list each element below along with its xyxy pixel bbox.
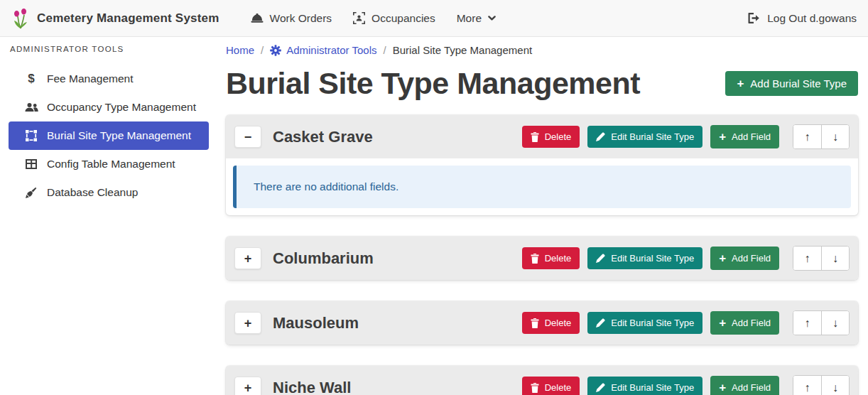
edit-burial-site-type-button[interactable]: Edit Burial Site Type (587, 126, 702, 148)
sidebar-item-occupancy-type-management[interactable]: Occupancy Type Management (9, 93, 209, 121)
button-label: Add Field (732, 382, 771, 393)
gear-icon (270, 45, 281, 56)
move-down-button[interactable]: ↓ (821, 125, 849, 148)
move-up-button[interactable]: ↑ (793, 311, 821, 335)
main-content: Home / (217, 37, 868, 395)
add-field-button[interactable]: + Add Field (710, 311, 779, 335)
reorder-button-group: ↑ ↓ (793, 124, 850, 149)
dollar-icon: $ (24, 72, 38, 86)
breadcrumb-home-link[interactable]: Home (226, 44, 254, 56)
card-actions: Delete Edit Burial Site Type + Add Field… (522, 124, 850, 149)
button-label: Add Burial Site Type (750, 77, 847, 90)
nav-more[interactable]: More (457, 12, 496, 25)
nav-label: Work Orders (270, 12, 332, 25)
breadcrumb-separator: / (383, 44, 386, 56)
broom-icon (24, 187, 38, 198)
reorder-button-group: ↑ ↓ (793, 375, 850, 395)
plus-icon: + (737, 77, 744, 90)
move-up-button[interactable]: ↑ (793, 125, 821, 148)
delete-button[interactable]: Delete (522, 312, 580, 334)
sidebar-item-label: Fee Management (47, 72, 134, 85)
sign-out-icon (748, 13, 761, 23)
delete-button[interactable]: Delete (522, 126, 580, 148)
expand-toggle-button[interactable]: + (234, 247, 261, 269)
trash-icon (531, 254, 539, 264)
burial-site-type-card: + Columbarium Delete Edit Burial Site Ty… (226, 237, 858, 280)
button-label: Edit Burial Site Type (611, 131, 694, 142)
breadcrumb-current: Burial Site Type Management (393, 44, 533, 56)
add-field-button[interactable]: + Add Field (710, 247, 779, 270)
sidebar-item-label: Occupancy Type Management (47, 101, 196, 114)
nav-label: More (457, 12, 482, 25)
move-down-button[interactable]: ↓ (821, 376, 849, 395)
nav-occupancies[interactable]: Occupancies (353, 12, 435, 25)
add-field-button[interactable]: + Add Field (710, 125, 779, 148)
card-header: + Niche Wall Delete Edit Burial Site Typ… (226, 366, 858, 395)
move-up-button[interactable]: ↑ (793, 376, 821, 395)
trash-icon (531, 318, 539, 328)
logout-label: Log Out d.gowans (767, 12, 857, 25)
move-up-button[interactable]: ↑ (793, 247, 821, 270)
plus-icon: + (719, 317, 726, 329)
card-header: + Columbarium Delete Edit Burial Site Ty… (226, 237, 858, 280)
expand-toggle-button[interactable]: + (234, 377, 261, 395)
button-label: Add Field (732, 253, 771, 264)
delete-button[interactable]: Delete (522, 247, 580, 269)
sidebar-item-burial-site-type-management[interactable]: Burial Site Type Management (9, 121, 209, 150)
burial-site-type-card: + Mausoleum Delete Edit Burial Site Type (226, 301, 858, 345)
card-body: There are no additional fields. (226, 158, 858, 215)
sidebar-heading: ADMINISTRATOR TOOLS (9, 45, 209, 53)
reorder-button-group: ↑ ↓ (793, 310, 850, 335)
breadcrumb-administrator-tools-link[interactable]: Administrator Tools (270, 44, 376, 56)
expand-toggle-button[interactable]: + (234, 312, 261, 334)
button-label: Delete (545, 253, 572, 264)
edit-burial-site-type-button[interactable]: Edit Burial Site Type (587, 312, 702, 334)
move-down-button[interactable]: ↓ (821, 247, 849, 270)
button-label: Edit Burial Site Type (611, 318, 694, 328)
breadcrumb: Home / (226, 44, 858, 56)
pencil-icon (596, 254, 605, 263)
section-title: Niche Wall (273, 379, 351, 395)
sidebar-item-label: Burial Site Type Management (47, 129, 191, 142)
sidebar-item-fee-management[interactable]: $ Fee Management (9, 65, 209, 93)
delete-button[interactable]: Delete (522, 377, 580, 395)
app-title: Cemetery Management System (37, 11, 219, 26)
trash-icon (531, 383, 539, 393)
card-actions: Delete Edit Burial Site Type + Add Field… (522, 246, 850, 271)
edit-burial-site-type-button[interactable]: Edit Burial Site Type (587, 247, 702, 269)
plus-icon: + (719, 131, 726, 143)
button-label: Edit Burial Site Type (611, 382, 694, 393)
collapse-toggle-button[interactable]: − (234, 126, 261, 148)
breadcrumb-label: Administrator Tools (286, 44, 376, 56)
edit-burial-site-type-button[interactable]: Edit Burial Site Type (587, 377, 702, 395)
plus-icon: + (719, 252, 726, 264)
burial-site-type-card: + Niche Wall Delete Edit Burial Site Typ… (226, 366, 858, 395)
sidebar-item-label: Database Cleanup (47, 186, 138, 199)
table-icon (24, 159, 38, 169)
page-title: Burial Site Type Management (226, 66, 640, 101)
button-label: Delete (545, 318, 572, 328)
vector-square-icon (24, 130, 38, 141)
add-burial-site-type-button[interactable]: + Add Burial Site Type (725, 71, 858, 96)
sidebar-item-database-cleanup[interactable]: Database Cleanup (9, 178, 209, 207)
sidebar: ADMINISTRATOR TOOLS $ Fee Management Occ… (0, 37, 217, 395)
reorder-button-group: ↑ ↓ (793, 246, 850, 271)
sidebar-item-config-table-management[interactable]: Config Table Management (9, 150, 209, 178)
add-field-button[interactable]: + Add Field (710, 376, 779, 395)
card-header: − Casket Grave Delete Edit Burial Site T… (226, 115, 858, 158)
button-label: Add Field (732, 318, 771, 328)
card-header: + Mausoleum Delete Edit Burial Site Type (226, 301, 858, 345)
users-icon (24, 102, 38, 112)
no-fields-alert: There are no additional fields. (233, 166, 851, 208)
nav-work-orders[interactable]: Work Orders (251, 12, 332, 25)
trash-icon (531, 132, 539, 142)
app-brand[interactable]: Cemetery Management System (11, 8, 219, 29)
button-label: Add Field (732, 131, 771, 142)
pencil-icon (596, 132, 605, 141)
move-down-button[interactable]: ↓ (821, 311, 849, 335)
chevron-down-icon (488, 16, 496, 21)
card-actions: Delete Edit Burial Site Type + Add Field… (522, 375, 850, 395)
button-label: Delete (545, 382, 572, 393)
main-nav: Work Orders Occupancies More (251, 12, 497, 25)
logout-link[interactable]: Log Out d.gowans (748, 12, 857, 25)
